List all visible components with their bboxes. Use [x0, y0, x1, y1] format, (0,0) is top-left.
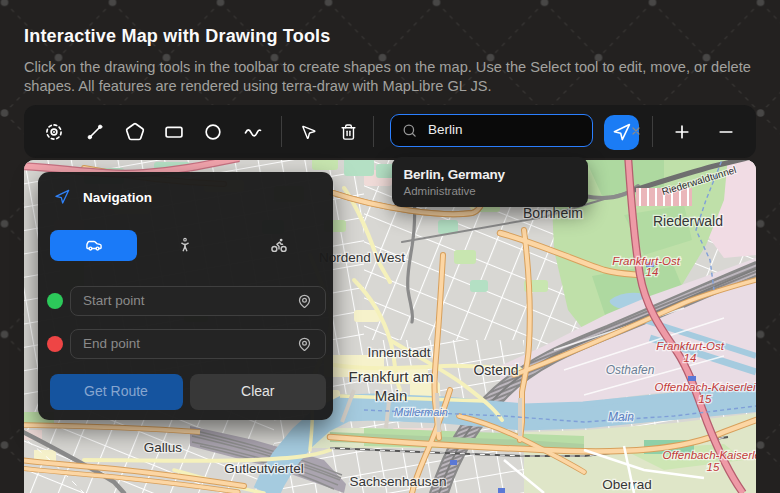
svg-text:Frankfurt am: Frankfurt am	[348, 368, 433, 385]
svg-text:Osthafen: Osthafen	[606, 363, 655, 377]
svg-text:Offenbach-Kaiserlei: Offenbach-Kaiserlei	[663, 449, 757, 461]
svg-text:15: 15	[699, 393, 712, 405]
svg-text:Main: Main	[608, 410, 634, 424]
svg-text:Sachsenhausen: Sachsenhausen	[350, 474, 447, 489]
svg-text:15: 15	[707, 461, 720, 473]
svg-text:14: 14	[646, 266, 659, 278]
svg-text:Ostend: Ostend	[473, 362, 518, 378]
svg-text:Oberrad: Oberrad	[602, 477, 652, 492]
svg-text:Offenbach-Kaiserlei: Offenbach-Kaiserlei	[655, 381, 756, 393]
svg-text:Main: Main	[375, 387, 408, 404]
svg-text:Innenstadt: Innenstadt	[367, 345, 430, 360]
svg-text:Bornheim: Bornheim	[523, 205, 583, 221]
svg-text:14: 14	[684, 352, 697, 364]
svg-text:Frankfurt-Ost: Frankfurt-Ost	[656, 340, 725, 352]
svg-text:Gutleutviertel: Gutleutviertel	[224, 461, 304, 476]
svg-text:Gallus: Gallus	[144, 440, 183, 455]
svg-text:Riederwald: Riederwald	[653, 213, 723, 229]
